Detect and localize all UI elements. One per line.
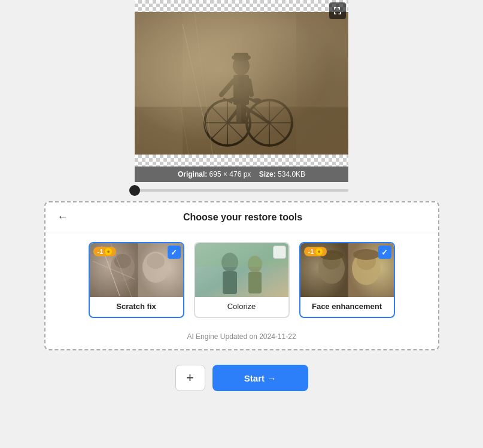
svg-line-9	[221, 81, 233, 95]
image-info-bar: Original: 695 × 476 px Size: 534.0KB	[135, 167, 348, 182]
slider-track[interactable]	[135, 189, 348, 192]
back-button[interactable]: ←	[57, 211, 68, 223]
restore-panel: ← Choose your restore tools	[44, 201, 439, 350]
scratch-fix-badge: -1 ●	[93, 247, 117, 256]
svg-line-21	[241, 105, 269, 123]
scratch-fix-image: -1 ● ✓	[90, 243, 183, 297]
svg-rect-29	[241, 104, 246, 123]
checkerboard-top	[135, 0, 348, 12]
svg-rect-28	[236, 104, 241, 123]
action-bar: + Start →	[175, 365, 308, 391]
svg-line-15	[211, 107, 244, 139]
svg-line-31	[195, 12, 212, 155]
colorize-checkmark: ✓	[273, 246, 286, 259]
svg-rect-47	[223, 271, 237, 294]
ai-engine-note: AI Engine Updated on 2024-11-22	[45, 328, 438, 349]
size-label: Size:	[259, 170, 276, 178]
face-enhancement-checkmark: ✓	[378, 246, 391, 259]
colorize-image: ✓	[195, 243, 288, 297]
svg-rect-8	[238, 75, 244, 87]
svg-rect-2	[135, 12, 348, 108]
crop-icon[interactable]	[329, 2, 346, 19]
slider-thumb[interactable]	[129, 185, 140, 196]
svg-point-38	[114, 254, 131, 268]
scratch-fix-label: Scratch fix	[90, 297, 183, 317]
size-value: 534.0KB	[278, 170, 305, 178]
svg-rect-49	[248, 272, 262, 293]
svg-rect-3	[135, 107, 348, 155]
tool-card-scratch-fix[interactable]: -1 ● ✓ Scratch fix	[89, 242, 184, 318]
slider-container	[135, 189, 348, 192]
svg-point-12	[247, 100, 292, 146]
svg-point-27	[252, 98, 262, 103]
svg-line-25	[223, 98, 232, 103]
svg-line-16	[211, 107, 244, 139]
svg-line-20	[253, 107, 285, 139]
original-label: Original:	[178, 170, 207, 178]
svg-line-10	[249, 81, 251, 95]
tools-grid: -1 ● ✓ Scratch fix	[45, 232, 438, 328]
tool-card-colorize[interactable]: ✓ Colorize	[194, 242, 290, 318]
restore-header: ← Choose your restore tools	[45, 202, 438, 232]
svg-line-32	[171, 42, 189, 155]
svg-point-6	[232, 54, 251, 61]
face-enhancement-badge-value: -1	[308, 248, 314, 255]
face-enhancement-label: Face enhancement	[300, 297, 394, 317]
svg-rect-5	[233, 75, 249, 105]
svg-line-26	[241, 96, 254, 101]
svg-point-4	[233, 56, 250, 75]
tool-card-face-enhancement[interactable]: -1 ● ✓ Face enhancement	[299, 242, 395, 318]
svg-rect-7	[234, 53, 248, 60]
main-container: Original: 695 × 476 px Size: 534.0KB ← C…	[0, 0, 483, 391]
svg-rect-33	[135, 12, 183, 155]
svg-rect-34	[296, 12, 348, 155]
checkerboard-bottom	[135, 155, 348, 167]
scratch-fix-checkmark: ✓	[168, 246, 181, 259]
svg-rect-1	[135, 12, 348, 155]
svg-point-58	[353, 249, 379, 260]
face-enhancement-coin-icon: ●	[315, 248, 323, 255]
face-enhancement-image: -1 ● ✓	[300, 243, 394, 297]
start-button[interactable]: Start →	[212, 365, 308, 391]
image-wrapper	[135, 0, 348, 167]
face-enhancement-badge: -1 ●	[304, 247, 327, 256]
svg-rect-0	[135, 12, 348, 155]
svg-line-24	[227, 96, 241, 101]
scratch-fix-coin-icon: ●	[105, 248, 112, 255]
svg-line-30	[183, 24, 206, 132]
svg-point-11	[205, 100, 250, 146]
svg-line-22	[227, 105, 241, 123]
svg-line-19	[253, 107, 285, 139]
svg-point-40	[147, 253, 165, 269]
image-area: Original: 695 × 476 px Size: 534.0KB	[0, 0, 483, 201]
add-button[interactable]: +	[175, 365, 205, 391]
scratch-fix-badge-value: -1	[98, 248, 104, 255]
restore-panel-title: Choose your restore tools	[78, 212, 408, 223]
photo-image	[135, 12, 348, 155]
colorize-label: Colorize	[195, 297, 288, 317]
image-dimensions: 695 × 476 px	[209, 170, 251, 178]
